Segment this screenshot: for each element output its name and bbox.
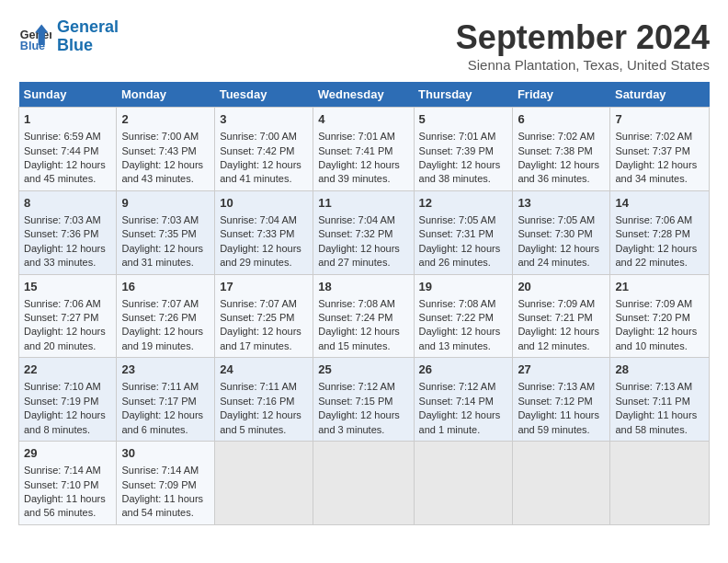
header-saturday: Saturday (610, 82, 710, 108)
day-info: and 29 minutes. (220, 256, 308, 270)
calendar-cell (414, 442, 513, 525)
day-info: Sunrise: 7:09 AM (615, 297, 704, 311)
day-info: Sunset: 7:43 PM (121, 144, 210, 158)
calendar-cell (313, 442, 414, 525)
day-info: Daylight: 12 hours (615, 242, 704, 256)
day-info: Sunrise: 7:08 AM (419, 297, 508, 311)
day-info: Sunset: 7:24 PM (318, 311, 408, 325)
logo-line2: Blue (57, 36, 93, 54)
day-info: Sunrise: 7:02 AM (518, 130, 605, 144)
day-info: Daylight: 12 hours (121, 242, 210, 256)
day-info: Daylight: 11 hours (24, 492, 111, 506)
calendar-cell: 14Sunrise: 7:06 AMSunset: 7:28 PMDayligh… (610, 190, 710, 274)
logo-text: General Blue (57, 18, 119, 55)
day-info: and 27 minutes. (318, 256, 408, 270)
day-info: Sunrise: 7:14 AM (24, 464, 111, 477)
day-info: and 58 minutes. (615, 423, 704, 437)
calendar-cell: 27Sunrise: 7:13 AMSunset: 7:12 PMDayligh… (513, 358, 610, 442)
day-info: Daylight: 12 hours (24, 158, 111, 172)
day-info: Sunset: 7:33 PM (220, 227, 308, 241)
calendar-cell: 23Sunrise: 7:11 AMSunset: 7:17 PMDayligh… (117, 358, 215, 442)
day-info: and 17 minutes. (220, 339, 308, 353)
day-info: Daylight: 12 hours (615, 325, 704, 339)
day-info: and 41 minutes. (220, 172, 308, 186)
day-info: Sunset: 7:19 PM (24, 395, 111, 408)
week-row-4: 22Sunrise: 7:10 AMSunset: 7:19 PMDayligh… (19, 358, 710, 442)
day-info: Daylight: 11 hours (518, 408, 605, 422)
day-info: Daylight: 12 hours (318, 408, 408, 422)
calendar-cell: 7Sunrise: 7:02 AMSunset: 7:37 PMDaylight… (610, 108, 710, 191)
day-number: 10 (220, 195, 308, 212)
day-info: Sunrise: 7:07 AM (220, 297, 308, 311)
calendar-cell: 15Sunrise: 7:06 AMSunset: 7:27 PMDayligh… (19, 274, 117, 358)
week-row-5: 29Sunrise: 7:14 AMSunset: 7:10 PMDayligh… (19, 442, 710, 525)
calendar-cell: 20Sunrise: 7:09 AMSunset: 7:21 PMDayligh… (513, 274, 610, 358)
day-info: Daylight: 12 hours (518, 158, 605, 172)
day-info: and 15 minutes. (318, 339, 408, 353)
day-info: Daylight: 12 hours (220, 325, 308, 339)
day-number: 3 (220, 111, 308, 128)
day-info: Sunset: 7:12 PM (518, 395, 605, 408)
calendar-cell: 13Sunrise: 7:05 AMSunset: 7:30 PMDayligh… (513, 190, 610, 274)
day-info: Sunset: 7:41 PM (318, 144, 408, 158)
header: General Blue General Blue September 2024… (18, 18, 710, 73)
day-info: Daylight: 12 hours (419, 158, 508, 172)
day-info: Sunrise: 7:05 AM (518, 213, 605, 227)
calendar-cell: 30Sunrise: 7:14 AMSunset: 7:09 PMDayligh… (117, 442, 215, 525)
day-info: Sunset: 7:15 PM (318, 395, 408, 408)
calendar-cell: 3Sunrise: 7:00 AMSunset: 7:42 PMDaylight… (215, 108, 313, 191)
day-info: Sunset: 7:35 PM (121, 227, 210, 241)
day-info: Sunrise: 7:11 AM (121, 380, 210, 394)
header-thursday: Thursday (414, 82, 513, 108)
day-number: 16 (121, 279, 210, 295)
day-info: and 22 minutes. (615, 256, 704, 270)
day-info: Sunset: 7:26 PM (121, 311, 210, 325)
day-info: Sunrise: 7:04 AM (318, 213, 408, 227)
title-section: September 2024 Sienna Plantation, Texas,… (456, 18, 710, 73)
day-number: 9 (121, 195, 210, 212)
logo-line1: General (57, 17, 119, 36)
day-info: Sunrise: 7:06 AM (24, 297, 111, 311)
calendar-cell: 10Sunrise: 7:04 AMSunset: 7:33 PMDayligh… (215, 190, 313, 274)
day-info: and 24 minutes. (518, 256, 605, 270)
day-info: Daylight: 12 hours (121, 158, 210, 172)
calendar-cell: 8Sunrise: 7:03 AMSunset: 7:36 PMDaylight… (19, 190, 117, 274)
day-info: Daylight: 12 hours (318, 158, 408, 172)
day-info: Daylight: 12 hours (318, 325, 408, 339)
day-info: Sunrise: 7:13 AM (518, 380, 605, 394)
header-sunday: Sunday (19, 82, 117, 108)
day-info: Sunrise: 7:12 AM (419, 380, 508, 394)
day-info: and 39 minutes. (318, 172, 408, 186)
day-info: Sunrise: 7:09 AM (518, 297, 605, 311)
day-info: Sunrise: 7:00 AM (220, 130, 308, 144)
header-friday: Friday (513, 82, 610, 108)
day-info: Sunset: 7:22 PM (419, 311, 508, 325)
calendar-cell: 17Sunrise: 7:07 AMSunset: 7:25 PMDayligh… (215, 274, 313, 358)
day-info: Daylight: 12 hours (318, 242, 408, 256)
day-info: Sunrise: 7:08 AM (318, 297, 408, 311)
calendar-table: SundayMondayTuesdayWednesdayThursdayFrid… (18, 82, 710, 525)
day-number: 22 (24, 362, 111, 378)
calendar-cell: 28Sunrise: 7:13 AMSunset: 7:11 PMDayligh… (610, 358, 710, 442)
day-number: 11 (318, 195, 408, 212)
day-number: 13 (518, 195, 605, 212)
day-info: Sunrise: 7:06 AM (615, 213, 704, 227)
calendar-header-row: SundayMondayTuesdayWednesdayThursdayFrid… (19, 82, 710, 108)
day-info: Sunset: 7:20 PM (615, 311, 704, 325)
day-info: Daylight: 12 hours (220, 408, 308, 422)
day-info: Daylight: 12 hours (615, 158, 704, 172)
day-info: Daylight: 12 hours (419, 325, 508, 339)
day-info: Daylight: 12 hours (220, 158, 308, 172)
month-title: September 2024 (456, 18, 710, 57)
calendar-cell: 26Sunrise: 7:12 AMSunset: 7:14 PMDayligh… (414, 358, 513, 442)
day-info: Sunset: 7:28 PM (615, 227, 704, 241)
day-info: Sunset: 7:38 PM (518, 144, 605, 158)
logo: General Blue General Blue (18, 18, 119, 55)
day-number: 23 (121, 362, 210, 378)
day-info: Sunset: 7:31 PM (419, 227, 508, 241)
day-info: Sunrise: 7:07 AM (121, 297, 210, 311)
calendar-cell: 6Sunrise: 7:02 AMSunset: 7:38 PMDaylight… (513, 108, 610, 191)
day-info: Daylight: 12 hours (220, 242, 308, 256)
day-info: Sunset: 7:25 PM (220, 311, 308, 325)
calendar-cell (215, 442, 313, 525)
